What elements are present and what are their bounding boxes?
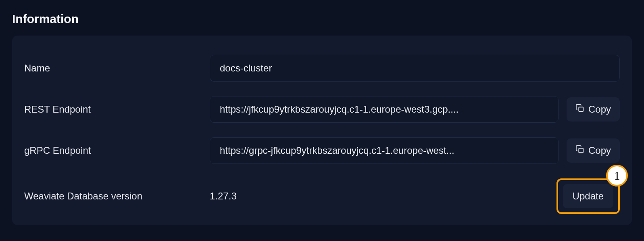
svg-rect-0 — [579, 107, 583, 111]
copy-button-label: Copy — [588, 145, 611, 156]
section-title: Information — [12, 12, 632, 26]
name-label: Name — [24, 63, 202, 74]
rest-endpoint-row: REST Endpoint https://jfkcup9ytrkbszarou… — [24, 89, 620, 130]
svg-rect-1 — [579, 148, 583, 153]
copy-icon — [575, 145, 584, 156]
name-value: docs-cluster — [210, 55, 620, 82]
rest-endpoint-label: REST Endpoint — [24, 104, 202, 115]
copy-icon — [575, 104, 584, 115]
version-value: 1.27.3 — [210, 191, 548, 202]
information-card: Name docs-cluster REST Endpoint https://… — [12, 36, 632, 225]
rest-endpoint-value: https://jfkcup9ytrkbszarouyjcq.c1-1.euro… — [210, 96, 559, 123]
copy-rest-button[interactable]: Copy — [567, 97, 620, 122]
grpc-endpoint-value: https://grpc-jfkcup9ytrkbszarouyjcq.c1-1… — [210, 137, 559, 164]
update-version-button[interactable]: Update — [563, 184, 613, 208]
name-row: Name docs-cluster — [24, 48, 620, 89]
version-row: Weaviate Database version 1.27.3 Update … — [24, 171, 620, 221]
grpc-endpoint-label: gRPC Endpoint — [24, 145, 202, 156]
grpc-endpoint-row: gRPC Endpoint https://grpc-jfkcup9ytrkbs… — [24, 130, 620, 171]
version-label: Weaviate Database version — [24, 191, 202, 202]
copy-button-label: Copy — [588, 104, 611, 115]
copy-grpc-button[interactable]: Copy — [567, 138, 620, 163]
